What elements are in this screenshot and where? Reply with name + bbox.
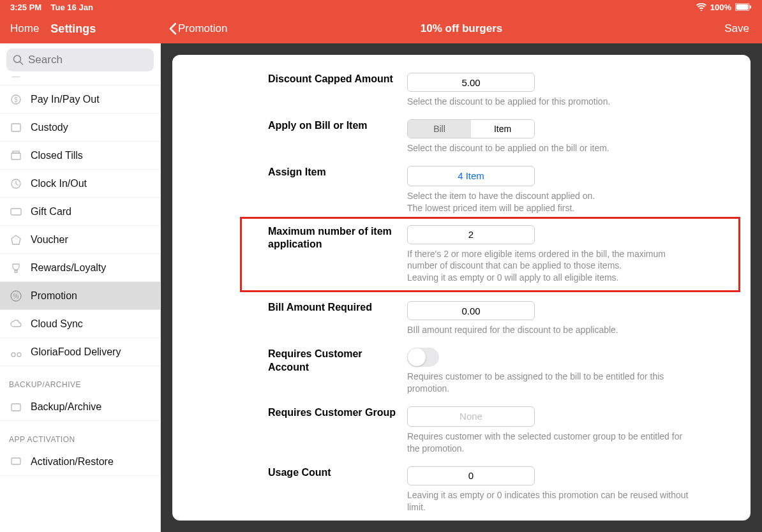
sidebar-item-label: Activation/Restore bbox=[31, 456, 114, 468]
requires-group-button[interactable]: None bbox=[407, 406, 535, 427]
delivery-icon bbox=[9, 346, 23, 358]
svg-rect-17 bbox=[11, 404, 20, 411]
wifi-icon bbox=[696, 3, 706, 11]
cloud-icon bbox=[9, 318, 23, 330]
segment-item[interactable]: Item bbox=[471, 120, 534, 138]
search-input[interactable] bbox=[6, 48, 154, 71]
help-usage: Leaving it as empty or 0 indicates this … bbox=[407, 489, 694, 514]
sidebar-item-cloud-sync[interactable]: Cloud Sync bbox=[0, 310, 160, 338]
section-header-activation: APP ACTIVATION bbox=[0, 421, 160, 448]
sidebar-item-previous-receipts[interactable]: Previous Receipts bbox=[0, 77, 160, 85]
sidebar-item-label: Custody bbox=[31, 122, 68, 133]
svg-rect-18 bbox=[11, 458, 20, 464]
nav-home[interactable]: Home bbox=[10, 22, 39, 35]
label-max-application: Maximum number of item application bbox=[268, 225, 407, 284]
bill-required-input[interactable] bbox=[407, 301, 535, 320]
sidebar-item-label: Previous Receipts bbox=[31, 77, 113, 77]
gift-card-icon bbox=[9, 205, 23, 218]
help-max-1: If there's 2 or more eligible items orde… bbox=[407, 248, 694, 272]
back-label: Promotion bbox=[178, 22, 227, 35]
sidebar-item-label: Clock In/Out bbox=[31, 178, 87, 189]
help-apply-on: Select the discount to be applied on the… bbox=[407, 142, 694, 154]
sidebar-item-label: Cloud Sync bbox=[31, 318, 83, 330]
help-requires-group: Requires customer with the selected cust… bbox=[407, 431, 694, 455]
svg-rect-9 bbox=[11, 153, 20, 159]
sidebar-item-gift-card[interactable]: Gift Card bbox=[0, 198, 160, 226]
cash-icon: $ bbox=[9, 93, 23, 106]
svg-rect-12 bbox=[11, 209, 21, 215]
svg-rect-2 bbox=[750, 6, 751, 9]
sidebar-item-backup[interactable]: Backup/Archive bbox=[0, 393, 160, 421]
label-apply-on: Apply on Bill or Item bbox=[268, 119, 407, 154]
form-card: Discount Capped Amount Select the discou… bbox=[172, 55, 751, 521]
status-date: Tue 16 Jan bbox=[51, 3, 93, 12]
label-discount-capped: Discount Capped Amount bbox=[268, 73, 407, 108]
help-assign-item-1: Select the item to have the discount app… bbox=[407, 190, 694, 202]
requires-customer-toggle[interactable] bbox=[407, 348, 439, 367]
svg-point-15 bbox=[11, 353, 15, 357]
help-requires-customer: Requires customer to be assigned to the … bbox=[407, 371, 694, 395]
label-usage-count: Usage Count bbox=[268, 466, 407, 514]
label-requires-customer: Requires Customer Account bbox=[268, 348, 407, 395]
back-button[interactable]: Promotion bbox=[161, 22, 227, 35]
label-bill-required: Bill Amount Required bbox=[268, 301, 407, 336]
search-icon bbox=[13, 55, 24, 66]
status-bar: 3:25 PM Tue 16 Jan 100% bbox=[0, 0, 762, 14]
help-discount-capped: Select the discount to be applied for th… bbox=[407, 96, 694, 108]
assign-item-button[interactable]: 4 Item bbox=[407, 166, 535, 186]
svg-text:$: $ bbox=[14, 96, 18, 103]
svg-point-16 bbox=[17, 353, 21, 357]
till-icon bbox=[9, 149, 23, 162]
sidebar-item-label: Backup/Archive bbox=[31, 401, 101, 413]
sidebar-item-activation[interactable]: Activation/Restore bbox=[0, 448, 160, 476]
usage-count-input[interactable] bbox=[407, 466, 535, 485]
label-requires-group: Requires Customer Group bbox=[268, 406, 407, 455]
percent-icon: % bbox=[9, 290, 23, 302]
status-time: 3:25 PM bbox=[10, 3, 41, 12]
label-assign-item: Assign Item bbox=[268, 166, 407, 214]
sidebar-item-label: Rewards/Loyalty bbox=[31, 262, 106, 274]
receipt-icon bbox=[9, 77, 23, 78]
sidebar-item-gloriafood[interactable]: GloriaFood Delivery bbox=[0, 338, 160, 366]
restore-icon bbox=[9, 455, 23, 468]
svg-line-4 bbox=[20, 62, 22, 64]
save-button[interactable]: Save bbox=[724, 22, 762, 35]
sidebar-item-label: Closed Tills bbox=[31, 150, 83, 161]
sidebar-item-label: Pay In/Pay Out bbox=[31, 94, 100, 105]
apply-on-segmented[interactable]: Bill Item bbox=[407, 119, 535, 138]
section-header-backup: BACKUP/ARCHIVE bbox=[0, 366, 160, 393]
sidebar-item-rewards[interactable]: Rewards/Loyalty bbox=[0, 254, 160, 282]
battery-percent: 100% bbox=[710, 3, 731, 12]
toggle-knob bbox=[408, 348, 426, 366]
sidebar-item-label: Gift Card bbox=[31, 206, 71, 218]
chevron-left-icon bbox=[168, 22, 177, 35]
sidebar-item-promotion[interactable]: % Promotion bbox=[0, 282, 160, 310]
highlight-box: Maximum number of item application If th… bbox=[240, 217, 740, 293]
tag-icon bbox=[9, 233, 23, 246]
trophy-icon bbox=[9, 262, 23, 274]
sidebar-item-closed-tills[interactable]: Closed Tills bbox=[0, 142, 160, 170]
nav-settings[interactable]: Settings bbox=[50, 22, 96, 36]
main-area: Discount Capped Amount Select the discou… bbox=[161, 43, 762, 532]
page-title: 10% off burgers bbox=[421, 22, 502, 35]
help-assign-item-2: The lowest priced item will be applied f… bbox=[407, 202, 694, 214]
sidebar-item-label: GloriaFood Delivery bbox=[31, 346, 121, 358]
discount-capped-input[interactable] bbox=[407, 73, 535, 92]
navbar: Home Settings Promotion 10% off burgers … bbox=[0, 14, 762, 43]
custody-icon bbox=[9, 121, 23, 134]
segment-bill[interactable]: Bill bbox=[408, 120, 471, 138]
sidebar: Previous Receipts $ Pay In/Pay Out Custo… bbox=[0, 43, 161, 532]
clock-icon bbox=[9, 177, 23, 190]
svg-rect-8 bbox=[11, 124, 20, 131]
battery-icon bbox=[735, 3, 752, 11]
sidebar-item-label: Voucher bbox=[31, 234, 68, 246]
sidebar-item-voucher[interactable]: Voucher bbox=[0, 226, 160, 254]
help-max-2: Leaving it as empty or 0 will apply to a… bbox=[407, 272, 694, 284]
svg-text:%: % bbox=[13, 293, 19, 300]
svg-rect-10 bbox=[13, 151, 19, 153]
max-application-input[interactable] bbox=[407, 225, 535, 244]
sidebar-item-pay-in-out[interactable]: $ Pay In/Pay Out bbox=[0, 85, 160, 114]
sidebar-item-clock[interactable]: Clock In/Out bbox=[0, 170, 160, 198]
archive-icon bbox=[9, 401, 23, 413]
sidebar-item-custody[interactable]: Custody bbox=[0, 114, 160, 142]
